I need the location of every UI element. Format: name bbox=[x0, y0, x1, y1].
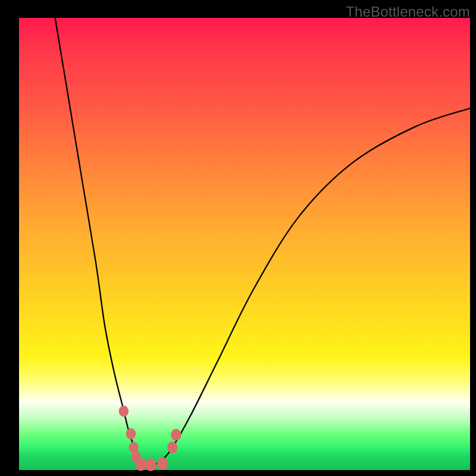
curve-marker bbox=[136, 459, 146, 471]
chart-svg bbox=[19, 18, 470, 470]
watermark-text: TheBottleneck.com bbox=[346, 4, 470, 20]
bottleneck-curve bbox=[55, 18, 470, 465]
curve-marker bbox=[171, 429, 181, 441]
curve-marker bbox=[119, 406, 129, 417]
curve-marker bbox=[167, 441, 177, 453]
chart-plot-area bbox=[19, 18, 470, 470]
chart-frame: TheBottleneck.com bbox=[0, 0, 476, 476]
curve-markers bbox=[119, 406, 181, 471]
curve-marker bbox=[126, 428, 136, 440]
curve-marker bbox=[129, 442, 138, 453]
curve-marker bbox=[157, 458, 168, 471]
curve-marker bbox=[145, 458, 156, 471]
